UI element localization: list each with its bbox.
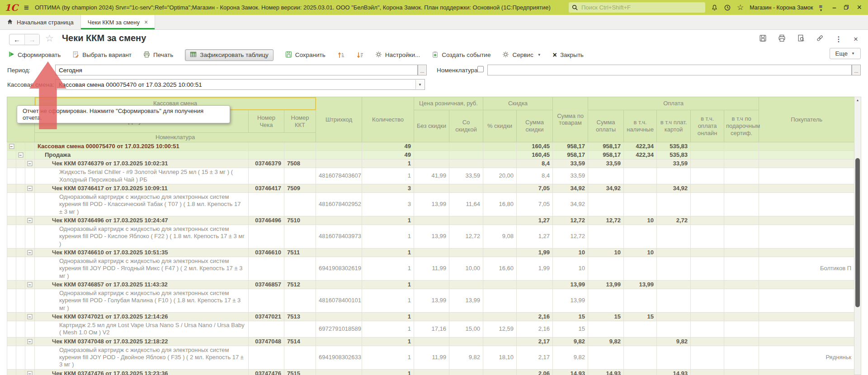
header-pay-sum[interactable]: Сумма оплаты	[588, 110, 624, 142]
collapse-toggle-icon[interactable]: −	[28, 314, 33, 319]
chevron-down-icon[interactable]: ▼	[415, 80, 424, 89]
shift-select[interactable]: Кассовая смена 000075470 от 17.03.2025 1…	[55, 79, 425, 90]
collapse-toggle-icon[interactable]: −	[28, 339, 33, 344]
collapse-toggle-icon[interactable]: −	[28, 250, 33, 255]
back-button[interactable]: ←	[9, 34, 24, 45]
table-row[interactable]: Одноразовый картридж с жидкостью для эле…	[7, 257, 854, 281]
sort-desc-icon[interactable]	[356, 52, 363, 59]
print-button[interactable]: Печать	[143, 51, 173, 59]
collapse-toggle-icon[interactable]: −	[28, 371, 33, 375]
cell-barcode	[316, 142, 362, 150]
functions-menu-icon[interactable]: ≡▼	[819, 4, 823, 12]
header-with-discount[interactable]: Со скидкой	[449, 110, 483, 142]
table-row[interactable]: −Кассовая смена 000075470 от 17.03.2025 …	[7, 142, 854, 150]
table-row[interactable]: Одноразовый картридж с жидкостью для эле…	[7, 289, 854, 313]
generate-button[interactable]: Сформировать	[8, 51, 61, 59]
fix-table-button[interactable]: Зафиксировать таблицу	[185, 49, 273, 61]
table-row[interactable]: −Чек ККМ 03747021 от 17.03.2025 12:14:26…	[7, 312, 854, 321]
period-picker-button[interactable]: ...	[418, 65, 427, 75]
cell-pct	[483, 248, 517, 257]
table-row[interactable]: −Чек ККМ 03746857 от 17.03.2025 11:43:32…	[7, 280, 854, 289]
collapse-toggle-icon[interactable]: −	[18, 152, 23, 157]
forward-button[interactable]: →	[24, 34, 39, 45]
restore-icon[interactable]	[844, 4, 849, 12]
kebab-menu-icon[interactable]: ⋮	[835, 36, 842, 43]
table-row[interactable]: Одноразовый картридж с жидкостью для эле…	[7, 193, 854, 216]
collapse-toggle-icon[interactable]: −	[28, 186, 33, 191]
search-input[interactable]	[580, 4, 702, 11]
close-form-icon[interactable]: ×	[854, 35, 858, 43]
table-row[interactable]: Картридж 2.5 мл для Lost Vape Ursa Nano …	[7, 321, 854, 338]
service-button[interactable]: Сервис▼	[502, 51, 541, 59]
header-no-discount[interactable]: Без скидки	[414, 110, 449, 142]
save-button[interactable]: Сохранить	[285, 51, 326, 59]
close-tab-icon[interactable]: ×	[144, 19, 148, 26]
preview-icon[interactable]	[797, 34, 805, 44]
tab-home[interactable]: Начальная страница	[0, 15, 81, 29]
header-barcode[interactable]: Штрихкод	[316, 97, 362, 142]
table-row[interactable]: −Продажа49160,45958,17958,17422,34535,83	[7, 150, 854, 159]
sort-asc-icon[interactable]	[337, 52, 344, 59]
collapse-toggle-icon[interactable]: −	[28, 161, 33, 166]
create-event-button[interactable]: Создать событие	[432, 51, 491, 59]
collapse-toggle-icon[interactable]: −	[9, 144, 14, 149]
choose-variant-button[interactable]: Выбрать вариант	[72, 51, 132, 59]
table-row[interactable]: Одноразовый картридж с жидкостью для эле…	[7, 225, 854, 248]
search-icon	[572, 5, 578, 10]
cell-online	[691, 369, 724, 375]
period-input[interactable]: Сегодня	[55, 65, 418, 75]
global-search[interactable]	[569, 2, 705, 13]
table-row[interactable]: −Чек ККМ 03746610 от 17.03.2025 10:51:35…	[7, 248, 854, 257]
notifications-bell-icon[interactable]	[711, 4, 718, 11]
header-card[interactable]: в т.ч плат. картой	[657, 110, 691, 142]
table-row[interactable]: −Чек ККМ 03746417 от 17.03.2025 10:09:11…	[7, 184, 854, 192]
settings-button[interactable]: Настройки...	[375, 51, 420, 59]
link-icon[interactable]	[816, 34, 824, 44]
collapse-toggle-icon[interactable]: −	[28, 282, 33, 287]
cell-disc_sum: 7,05	[517, 184, 553, 192]
scroll-up-icon[interactable]: ▲	[854, 97, 861, 103]
header-payment-group[interactable]: Оплата	[588, 97, 759, 110]
nomenclature-picker-button[interactable]: ...	[852, 65, 861, 75]
cell-online	[691, 321, 724, 338]
tree-gutter	[7, 225, 16, 248]
header-kkt-no[interactable]: Номер ККТ	[284, 110, 316, 133]
header-discount-group[interactable]: Скидка	[483, 97, 553, 110]
table-row[interactable]: −Чек ККМ 03746379 от 17.03.2025 10:02:31…	[7, 159, 854, 168]
header-gift[interactable]: в т.ч по подарочным сертиф.	[724, 110, 759, 142]
nomenclature-checkbox[interactable]	[477, 66, 484, 72]
header-discount-sum[interactable]: Сумма скидки	[517, 110, 553, 142]
header-discount-pct[interactable]: % скидки	[483, 110, 517, 142]
more-button[interactable]: Еще▼	[830, 48, 861, 59]
favorite-star-icon[interactable]: ☆	[45, 33, 54, 43]
header-nomenclature[interactable]: Номенклатура	[35, 133, 316, 142]
nomenclature-input[interactable]	[487, 65, 852, 75]
main-menu-icon[interactable]: ≡	[24, 3, 29, 13]
header-retail-group[interactable]: Цена розничная, руб.	[414, 97, 483, 110]
table-row[interactable]: −Чек ККМ 03747476 от 17.03.2025 13:23:36…	[7, 369, 854, 375]
tab-checks-kkm[interactable]: Чеки ККМ за смену ×	[81, 15, 155, 29]
save-icon[interactable]	[759, 34, 767, 44]
close-window-icon[interactable]: ×	[857, 3, 862, 12]
table-row[interactable]: −Чек ККМ 03747048 от 17.03.2025 12:18:22…	[7, 337, 854, 346]
header-check-no[interactable]: Номер Чека	[249, 110, 284, 133]
header-goods-sum[interactable]: Сумма по товарам	[553, 97, 588, 142]
minimize-icon[interactable]: –	[832, 4, 836, 11]
favorites-star-icon[interactable]: ☆	[737, 4, 744, 11]
table-row[interactable]: Жидкость Serial Chiller - #9 Золотой Чил…	[7, 168, 854, 184]
scrollbar-thumb[interactable]	[855, 158, 860, 307]
table-row[interactable]: Одноразовый картридж с жидкостью для эле…	[7, 346, 854, 369]
header-online[interactable]: в т.ч. оплата онлайн	[691, 110, 724, 142]
collapse-toggle-icon[interactable]: −	[28, 218, 33, 223]
print-icon[interactable]	[778, 34, 786, 44]
header-buyer[interactable]: Покупатель	[759, 97, 854, 142]
cell-gift	[724, 225, 759, 248]
header-qty[interactable]: Количество	[362, 97, 414, 142]
table-row[interactable]: −Чек ККМ 03746496 от 17.03.2025 10:24:47…	[7, 216, 854, 225]
close-report-button[interactable]: × Закрыть	[553, 52, 584, 59]
current-user[interactable]: Магазин - Корона Замок	[750, 5, 813, 11]
vertical-scrollbar[interactable]: ▲	[854, 97, 861, 375]
history-clock-icon[interactable]	[724, 4, 731, 11]
tree-gutter	[25, 289, 35, 313]
header-cash[interactable]: в т.ч. наличные	[624, 110, 657, 142]
